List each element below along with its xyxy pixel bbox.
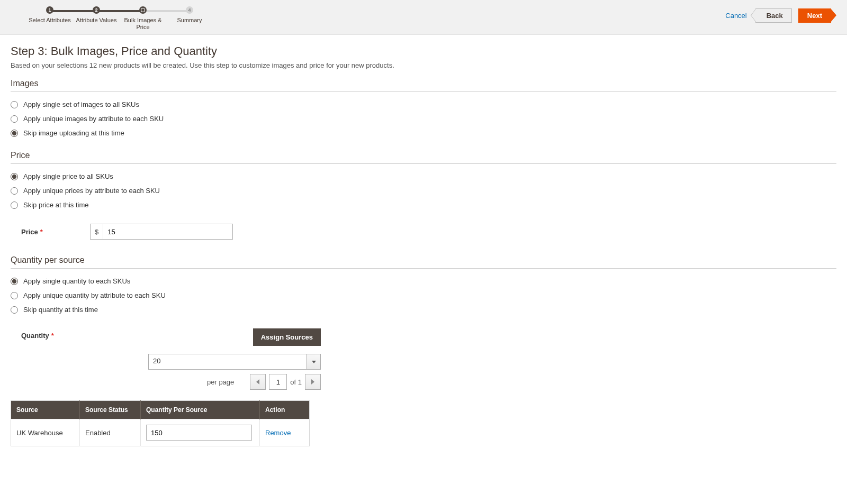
- cell-qty: [141, 419, 260, 446]
- price-radio-label[interactable]: Apply unique prices by attribute to each…: [23, 187, 160, 195]
- price-radio-skip[interactable]: [11, 201, 18, 209]
- price-radio-label[interactable]: Apply single price to all SKUs: [23, 172, 113, 180]
- price-radio-group: Apply single price to all SKUs Apply uni…: [11, 169, 836, 212]
- cell-status: Enabled: [80, 419, 141, 446]
- next-button[interactable]: Next: [798, 8, 831, 23]
- required-asterisk: *: [40, 228, 43, 236]
- step-title: Step 3: Bulk Images, Price and Quantity: [11, 44, 836, 58]
- page-total: of 1: [290, 378, 302, 386]
- pagination: per page of 1: [148, 374, 321, 390]
- sources-table: Source Source Status Quantity Per Source…: [11, 400, 310, 446]
- step-label: Attribute Values: [76, 17, 117, 24]
- step-1: 1 Select Attributes: [26, 6, 73, 24]
- quantity-section-title: Quantity per source: [11, 255, 836, 269]
- page-prev-button[interactable]: [250, 374, 266, 390]
- step-circle-1: 1: [46, 6, 53, 14]
- images-radio-label[interactable]: Apply single set of images to all SKUs: [23, 100, 139, 108]
- cell-source: UK Warehouse: [11, 419, 80, 446]
- quantity-radio-skip[interactable]: [11, 306, 18, 314]
- back-button[interactable]: Back: [755, 8, 792, 23]
- quantity-field-label: Quantity*: [21, 332, 148, 340]
- chevron-left-icon: [256, 379, 259, 384]
- quantity-field-row: Quantity* Assign Sources 20 per page of …: [21, 328, 836, 390]
- stepper: 1 Select Attributes 2 Attribute Values 3…: [11, 6, 213, 30]
- dropdown-toggle[interactable]: [307, 354, 320, 369]
- page-input[interactable]: [269, 374, 287, 390]
- chevron-right-icon: [311, 379, 314, 384]
- required-asterisk: *: [51, 332, 54, 340]
- step-circle-2: 2: [93, 6, 100, 14]
- quantity-radio-group: Apply single quantity to each SKUs Apply…: [11, 274, 836, 317]
- images-radio-group: Apply single set of images to all SKUs A…: [11, 97, 836, 140]
- currency-symbol: $: [91, 224, 103, 239]
- price-radio-label[interactable]: Skip price at this time: [23, 201, 89, 209]
- images-radio-single[interactable]: [11, 101, 18, 108]
- price-field-row: Price* $: [21, 224, 836, 240]
- assign-sources-button[interactable]: Assign Sources: [253, 328, 321, 346]
- table-row: UK Warehouse Enabled Remove: [11, 419, 310, 446]
- price-radio-unique[interactable]: [11, 187, 18, 195]
- step-label: Select Attributes: [29, 17, 71, 24]
- step-connector: [96, 10, 143, 12]
- chevron-down-icon: [312, 361, 316, 363]
- cell-action: Remove: [260, 419, 310, 446]
- images-radio-label[interactable]: Skip image uploading at this time: [23, 129, 124, 137]
- th-status: Source Status: [80, 401, 141, 419]
- images-radio-unique[interactable]: [11, 115, 18, 123]
- cancel-link[interactable]: Cancel: [725, 12, 746, 20]
- step-connector: [143, 10, 190, 12]
- wizard-header: 1 Select Attributes 2 Attribute Values 3…: [0, 0, 847, 35]
- images-section-title: Images: [11, 79, 836, 92]
- quantity-radio-label[interactable]: Apply unique quantity by attribute to ea…: [23, 291, 166, 299]
- step-connector: [50, 10, 96, 12]
- th-qty: Quantity Per Source: [141, 401, 260, 419]
- step-label: Bulk Images & Price: [122, 17, 164, 30]
- quantity-radio-single[interactable]: [11, 278, 18, 285]
- per-page-value: 20: [149, 354, 307, 369]
- price-section-title: Price: [11, 151, 836, 164]
- wizard-content: Step 3: Bulk Images, Price and Quantity …: [0, 35, 847, 456]
- th-action: Action: [260, 401, 310, 419]
- images-radio-skip[interactable]: [11, 130, 18, 137]
- step-circle-3: 3: [139, 6, 147, 14]
- price-input-wrapper: $: [90, 224, 233, 240]
- table-header-row: Source Source Status Quantity Per Source…: [11, 401, 310, 419]
- price-field-label: Price*: [21, 228, 90, 236]
- quantity-radio-label[interactable]: Skip quantity at this time: [23, 306, 98, 314]
- price-input[interactable]: [103, 224, 232, 239]
- quantity-radio-label[interactable]: Apply single quantity to each SKUs: [23, 277, 130, 285]
- wizard-actions: Cancel Back Next: [725, 6, 836, 23]
- quantity-per-source-input[interactable]: [146, 425, 252, 441]
- step-2: 2 Attribute Values: [73, 6, 120, 24]
- step-4: 4 Summary: [166, 6, 213, 24]
- per-page-select[interactable]: 20: [148, 354, 321, 370]
- price-radio-single[interactable]: [11, 173, 18, 180]
- step-circle-4: 4: [186, 6, 193, 14]
- images-radio-label[interactable]: Apply unique images by attribute to each…: [23, 115, 164, 123]
- page-next-button[interactable]: [305, 374, 321, 390]
- per-page-label: per page: [207, 378, 234, 386]
- step-label: Summary: [177, 17, 202, 24]
- step-description: Based on your selections 12 new products…: [11, 61, 836, 69]
- quantity-radio-unique[interactable]: [11, 292, 18, 299]
- remove-link[interactable]: Remove: [265, 429, 291, 437]
- th-source: Source: [11, 401, 80, 419]
